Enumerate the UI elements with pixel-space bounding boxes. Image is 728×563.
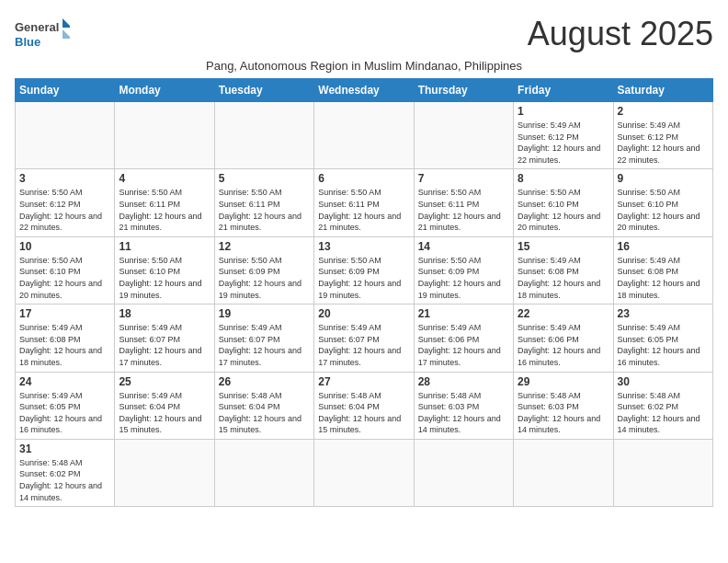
- calendar-cell: 30Sunrise: 5:48 AM Sunset: 6:02 PM Dayli…: [613, 372, 712, 439]
- day-info: Sunrise: 5:49 AM Sunset: 6:04 PM Dayligh…: [119, 390, 210, 436]
- day-info: Sunrise: 5:50 AM Sunset: 6:09 PM Dayligh…: [418, 255, 509, 301]
- day-number: 18: [119, 307, 210, 320]
- day-info: Sunrise: 5:48 AM Sunset: 6:03 PM Dayligh…: [418, 390, 509, 436]
- weekday-friday: Friday: [514, 79, 613, 102]
- weekday-wednesday: Wednesday: [314, 79, 414, 102]
- day-info: Sunrise: 5:49 AM Sunset: 6:12 PM Dayligh…: [618, 120, 709, 166]
- day-number: 22: [518, 307, 609, 320]
- logo: General Blue: [15, 15, 70, 55]
- day-info: Sunrise: 5:50 AM Sunset: 6:10 PM Dayligh…: [19, 255, 110, 301]
- calendar-cell: 13Sunrise: 5:50 AM Sunset: 6:09 PM Dayli…: [314, 236, 414, 304]
- calendar-week-1: 1Sunrise: 5:49 AM Sunset: 6:12 PM Daylig…: [16, 102, 713, 169]
- day-number: 29: [518, 375, 609, 388]
- day-info: Sunrise: 5:50 AM Sunset: 6:09 PM Dayligh…: [219, 255, 310, 301]
- day-number: 31: [19, 442, 110, 455]
- day-number: 13: [318, 240, 409, 253]
- day-number: 11: [119, 240, 210, 253]
- day-number: 1: [518, 105, 609, 118]
- calendar-cell: 17Sunrise: 5:49 AM Sunset: 6:08 PM Dayli…: [16, 304, 115, 372]
- day-info: Sunrise: 5:49 AM Sunset: 6:05 PM Dayligh…: [19, 390, 110, 436]
- day-info: Sunrise: 5:50 AM Sunset: 6:11 PM Dayligh…: [318, 187, 409, 233]
- day-number: 17: [19, 307, 110, 320]
- calendar-cell: 23Sunrise: 5:49 AM Sunset: 6:05 PM Dayli…: [613, 304, 712, 372]
- day-number: 28: [418, 375, 509, 388]
- day-number: 24: [19, 375, 110, 388]
- calendar-cell: 5Sunrise: 5:50 AM Sunset: 6:11 PM Daylig…: [214, 169, 313, 236]
- calendar-cell: [514, 439, 613, 506]
- day-number: 10: [19, 240, 110, 253]
- subtitle: Pang, Autonomous Region in Muslim Mindan…: [15, 59, 713, 73]
- day-info: Sunrise: 5:50 AM Sunset: 6:09 PM Dayligh…: [318, 255, 409, 301]
- calendar-cell: 3Sunrise: 5:50 AM Sunset: 6:12 PM Daylig…: [16, 169, 115, 236]
- calendar-cell: 4Sunrise: 5:50 AM Sunset: 6:11 PM Daylig…: [115, 169, 214, 236]
- calendar-cell: 29Sunrise: 5:48 AM Sunset: 6:03 PM Dayli…: [514, 372, 613, 439]
- weekday-saturday: Saturday: [613, 79, 712, 102]
- day-info: Sunrise: 5:48 AM Sunset: 6:04 PM Dayligh…: [219, 390, 310, 436]
- svg-text:General: General: [15, 20, 59, 34]
- calendar-week-5: 24Sunrise: 5:49 AM Sunset: 6:05 PM Dayli…: [16, 372, 713, 439]
- calendar-cell: [115, 102, 214, 169]
- calendar-week-6: 31Sunrise: 5:48 AM Sunset: 6:02 PM Dayli…: [16, 439, 713, 506]
- calendar-cell: [414, 102, 513, 169]
- day-info: Sunrise: 5:49 AM Sunset: 6:05 PM Dayligh…: [618, 322, 709, 368]
- calendar-cell: 11Sunrise: 5:50 AM Sunset: 6:10 PM Dayli…: [115, 236, 214, 304]
- day-info: Sunrise: 5:49 AM Sunset: 6:07 PM Dayligh…: [119, 322, 210, 368]
- day-number: 20: [318, 307, 409, 320]
- calendar-cell: 8Sunrise: 5:50 AM Sunset: 6:10 PM Daylig…: [514, 169, 613, 236]
- calendar-cell: [314, 102, 414, 169]
- day-info: Sunrise: 5:50 AM Sunset: 6:11 PM Dayligh…: [418, 187, 509, 233]
- day-info: Sunrise: 5:48 AM Sunset: 6:03 PM Dayligh…: [518, 390, 609, 436]
- calendar-week-2: 3Sunrise: 5:50 AM Sunset: 6:12 PM Daylig…: [16, 169, 713, 236]
- calendar-cell: 9Sunrise: 5:50 AM Sunset: 6:10 PM Daylig…: [613, 169, 712, 236]
- calendar-cell: [16, 102, 115, 169]
- day-number: 9: [618, 172, 709, 185]
- day-info: Sunrise: 5:49 AM Sunset: 6:08 PM Dayligh…: [19, 322, 110, 368]
- svg-marker-3: [63, 29, 70, 39]
- day-number: 15: [518, 240, 609, 253]
- svg-text:Blue: Blue: [15, 35, 40, 49]
- day-info: Sunrise: 5:49 AM Sunset: 6:07 PM Dayligh…: [318, 322, 409, 368]
- calendar-cell: 28Sunrise: 5:48 AM Sunset: 6:03 PM Dayli…: [414, 372, 513, 439]
- day-number: 3: [19, 172, 110, 185]
- day-info: Sunrise: 5:50 AM Sunset: 6:11 PM Dayligh…: [119, 187, 210, 233]
- calendar-cell: 15Sunrise: 5:49 AM Sunset: 6:08 PM Dayli…: [514, 236, 613, 304]
- calendar-cell: 25Sunrise: 5:49 AM Sunset: 6:04 PM Dayli…: [115, 372, 214, 439]
- calendar-cell: [115, 439, 214, 506]
- day-number: 5: [219, 172, 310, 185]
- calendar-cell: [314, 439, 414, 506]
- day-number: 7: [418, 172, 509, 185]
- day-number: 12: [219, 240, 310, 253]
- day-number: 4: [119, 172, 210, 185]
- calendar-cell: [414, 439, 513, 506]
- calendar-table: SundayMondayTuesdayWednesdayThursdayFrid…: [15, 78, 713, 507]
- day-info: Sunrise: 5:50 AM Sunset: 6:10 PM Dayligh…: [518, 187, 609, 233]
- day-number: 25: [119, 375, 210, 388]
- calendar-cell: 2Sunrise: 5:49 AM Sunset: 6:12 PM Daylig…: [613, 102, 712, 169]
- day-number: 16: [618, 240, 709, 253]
- weekday-tuesday: Tuesday: [214, 79, 313, 102]
- day-number: 27: [318, 375, 409, 388]
- calendar-cell: 19Sunrise: 5:49 AM Sunset: 6:07 PM Dayli…: [214, 304, 313, 372]
- day-info: Sunrise: 5:50 AM Sunset: 6:10 PM Dayligh…: [618, 187, 709, 233]
- calendar-cell: 14Sunrise: 5:50 AM Sunset: 6:09 PM Dayli…: [414, 236, 513, 304]
- calendar-cell: 26Sunrise: 5:48 AM Sunset: 6:04 PM Dayli…: [214, 372, 313, 439]
- day-info: Sunrise: 5:49 AM Sunset: 6:08 PM Dayligh…: [618, 255, 709, 301]
- month-title: August 2025: [528, 15, 713, 53]
- calendar-cell: [214, 102, 313, 169]
- day-info: Sunrise: 5:50 AM Sunset: 6:10 PM Dayligh…: [119, 255, 210, 301]
- day-info: Sunrise: 5:48 AM Sunset: 6:04 PM Dayligh…: [318, 390, 409, 436]
- day-number: 30: [618, 375, 709, 388]
- weekday-header-row: SundayMondayTuesdayWednesdayThursdayFrid…: [16, 79, 713, 102]
- calendar-cell: 31Sunrise: 5:48 AM Sunset: 6:02 PM Dayli…: [16, 439, 115, 506]
- calendar-cell: 12Sunrise: 5:50 AM Sunset: 6:09 PM Dayli…: [214, 236, 313, 304]
- weekday-thursday: Thursday: [414, 79, 513, 102]
- day-info: Sunrise: 5:50 AM Sunset: 6:12 PM Dayligh…: [19, 187, 110, 233]
- calendar-cell: 18Sunrise: 5:49 AM Sunset: 6:07 PM Dayli…: [115, 304, 214, 372]
- header: General Blue August 2025: [15, 15, 713, 55]
- calendar-cell: 24Sunrise: 5:49 AM Sunset: 6:05 PM Dayli…: [16, 372, 115, 439]
- day-number: 2: [618, 105, 709, 118]
- day-info: Sunrise: 5:48 AM Sunset: 6:02 PM Dayligh…: [19, 457, 110, 503]
- day-number: 6: [318, 172, 409, 185]
- calendar-cell: 20Sunrise: 5:49 AM Sunset: 6:07 PM Dayli…: [314, 304, 414, 372]
- day-info: Sunrise: 5:50 AM Sunset: 6:11 PM Dayligh…: [219, 187, 310, 233]
